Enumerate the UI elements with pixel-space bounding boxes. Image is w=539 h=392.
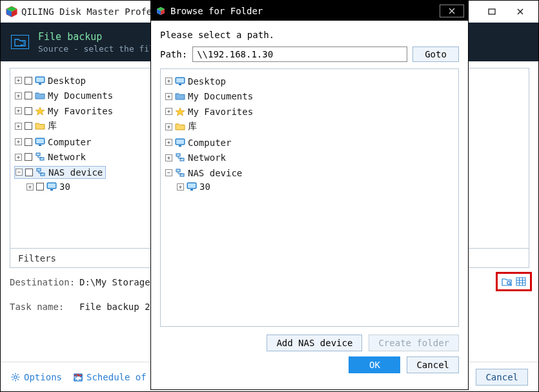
tree-expander-icon[interactable]: +	[15, 92, 22, 99]
tree-checkbox[interactable]	[36, 183, 44, 191]
svg-rect-21	[48, 183, 56, 188]
dialog-ok-button[interactable]: OK	[349, 356, 400, 373]
options-label: Options	[24, 372, 62, 382]
svg-rect-11	[39, 83, 41, 85]
page-subtitle: Source - select the file	[38, 44, 159, 54]
network-icon	[36, 168, 46, 177]
svg-rect-18	[37, 169, 41, 171]
tree-item-label: My Documents	[188, 91, 253, 101]
tree-item-label: 30	[199, 181, 210, 192]
tree-item[interactable]: +Desktop	[14, 75, 88, 87]
tree-expander-icon[interactable]: +	[165, 93, 172, 100]
folder-tree-panel: +Desktop+My Documents+My Favorites+库+Com…	[160, 68, 459, 327]
tree-item-label: Desktop	[48, 76, 86, 86]
tree-expander-icon[interactable]: +	[15, 123, 22, 130]
destination-value: D:\My Storage	[79, 277, 150, 287]
tree-checkbox[interactable]	[25, 169, 33, 176]
filters-label: Filters	[18, 253, 56, 263]
tree-item[interactable]: +Desktop	[165, 76, 229, 87]
monitor-icon	[175, 138, 185, 147]
dialog-titlebar: Browse for Folder	[151, 1, 468, 21]
tree-expander-icon[interactable]: +	[177, 183, 184, 191]
svg-rect-5	[489, 9, 495, 14]
window-maximize-button[interactable]	[478, 4, 506, 19]
tree-expander-icon[interactable]: +	[165, 154, 172, 161]
tree-item-label: My Favorites	[188, 107, 253, 117]
browse-destination-icon[interactable]	[502, 276, 512, 287]
monitor-icon	[46, 182, 57, 191]
options-link[interactable]: Options	[11, 372, 62, 382]
scheme-icon[interactable]	[516, 276, 526, 287]
tree-item-label: My Favorites	[48, 106, 113, 116]
tree-item-label: 库	[188, 121, 197, 132]
svg-rect-56	[176, 154, 180, 156]
gear-icon	[11, 373, 20, 382]
tree-item-label: Computer	[188, 138, 231, 148]
tree-item[interactable]: +Computer	[14, 136, 94, 148]
svg-rect-54	[176, 139, 184, 144]
tree-expander-icon[interactable]: +	[165, 108, 172, 115]
svg-rect-62	[190, 189, 193, 191]
network-icon	[175, 153, 185, 162]
tree-item[interactable]: +Network	[14, 151, 88, 163]
tree-expander-icon[interactable]: +	[165, 139, 172, 146]
tree-item-label: Network	[48, 152, 86, 162]
tree-item[interactable]: +My Favorites	[14, 105, 116, 117]
tree-item[interactable]: +My Documents	[165, 90, 256, 102]
tree-checkbox[interactable]	[25, 92, 32, 99]
tree-expander-icon[interactable]: −	[165, 169, 172, 176]
goto-button[interactable]: Goto	[412, 46, 459, 62]
tree-item[interactable]: +My Favorites	[165, 106, 256, 118]
tree-checkbox[interactable]	[25, 77, 32, 85]
path-label: Path:	[160, 49, 187, 59]
tree-item-label: Desktop	[188, 76, 226, 87]
dialog-cancel-button[interactable]: Cancel	[407, 356, 459, 373]
tree-item[interactable]: −NAS device	[14, 166, 106, 179]
folder-icon	[175, 92, 185, 101]
tree-checkbox[interactable]	[25, 153, 32, 161]
dialog-logo-icon	[156, 6, 165, 15]
svg-rect-57	[180, 158, 184, 161]
folder-tree[interactable]: +Desktop+My Documents+My Favorites+库+Com…	[163, 73, 456, 195]
tree-item-label: 库	[48, 120, 57, 132]
tree-expander-icon[interactable]: +	[165, 77, 172, 85]
tree-expander-icon[interactable]: +	[15, 77, 22, 84]
dialog-close-button[interactable]	[440, 5, 464, 17]
svg-rect-59	[180, 174, 184, 176]
tree-expander-icon[interactable]: +	[15, 107, 22, 114]
tree-item[interactable]: +Network	[165, 152, 229, 163]
tree-item-label: NAS device	[188, 168, 242, 178]
add-nas-button[interactable]: Add NAS device	[267, 335, 362, 351]
svg-rect-55	[179, 145, 181, 147]
network-icon	[175, 169, 185, 178]
tree-item[interactable]: +30	[176, 181, 213, 192]
tree-expander-icon[interactable]: −	[15, 169, 23, 176]
tree-checkbox[interactable]	[25, 107, 32, 115]
svg-rect-14	[36, 139, 44, 143]
page-title: File backup	[38, 31, 159, 43]
tree-item[interactable]: +My Documents	[14, 90, 116, 101]
main-cancel-button[interactable]: Cancel	[476, 369, 528, 386]
app-logo-icon	[6, 6, 17, 17]
folder-icon	[35, 91, 45, 100]
destination-label: Destination:	[10, 277, 79, 287]
tree-item[interactable]: +30	[26, 181, 73, 192]
create-folder-button[interactable]: Create folder	[369, 335, 459, 351]
tree-expander-icon[interactable]: +	[15, 138, 22, 145]
monitor-icon	[175, 77, 185, 86]
tree-item[interactable]: +库	[165, 120, 199, 133]
tree-expander-icon[interactable]: +	[15, 154, 22, 161]
tree-item[interactable]: −NAS device	[165, 167, 245, 179]
tree-item[interactable]: +库	[14, 119, 59, 132]
tree-item-label: Network	[188, 152, 226, 163]
path-input[interactable]	[192, 46, 407, 62]
tree-checkbox[interactable]	[25, 138, 32, 146]
window-close-button[interactable]	[506, 4, 534, 19]
tree-expander-icon[interactable]: +	[26, 183, 34, 191]
schedule-link[interactable]: 23 Schedule of	[74, 372, 147, 382]
tree-expander-icon[interactable]: +	[165, 123, 172, 130]
svg-rect-25	[516, 278, 525, 285]
tree-item[interactable]: +Computer	[165, 137, 234, 149]
tree-checkbox[interactable]	[25, 122, 32, 130]
dialog-title: Browse for Folder	[170, 6, 440, 16]
